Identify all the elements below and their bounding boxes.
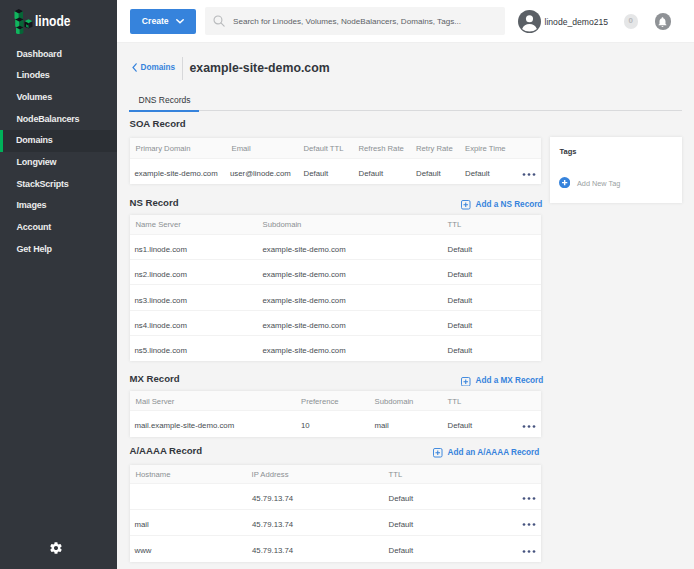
- svg-text:linode: linode: [35, 12, 71, 29]
